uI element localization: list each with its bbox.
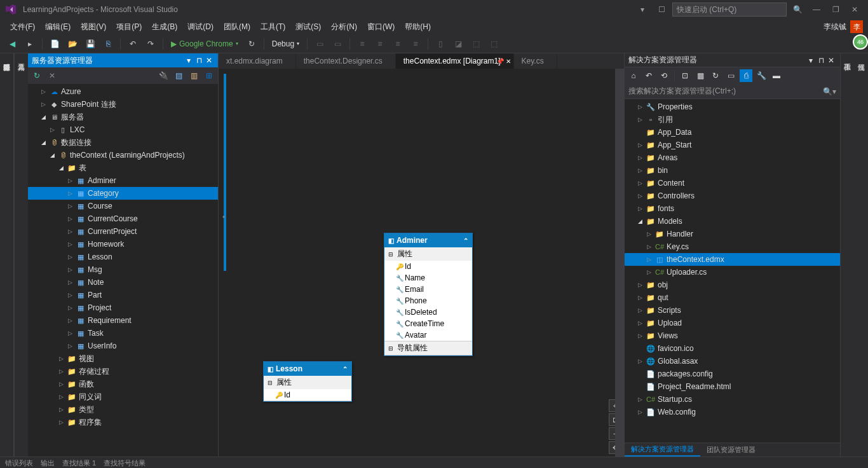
entity-property[interactable]: 🔧CreateTime — [384, 318, 472, 329]
toolbar-btn-5[interactable]: ≡ — [391, 37, 405, 51]
tree-item[interactable]: ▷📁Handler — [625, 228, 840, 240]
toolbar-btn-9[interactable]: ⬚ — [469, 37, 483, 51]
expand-icon[interactable]: ▷ — [57, 406, 65, 413]
notification-badge[interactable]: 46 — [853, 34, 868, 50]
properties-icon[interactable]: ⎙ — [740, 69, 752, 82]
tree-item[interactable]: ◢🛢数据连接 — [28, 136, 218, 149]
toolbar-btn-2[interactable]: ▭ — [330, 37, 344, 51]
expand-icon[interactable]: ▷ — [57, 355, 65, 362]
tree-item[interactable]: ◢🖥服务器 — [28, 111, 218, 123]
expand-icon[interactable]: ▷ — [66, 279, 74, 286]
menu-item[interactable]: 帮助(H) — [400, 20, 436, 34]
pin-icon[interactable]: 📌 ✕ — [496, 58, 511, 65]
tree-item[interactable]: 📄packages.config — [625, 368, 840, 380]
tree-item[interactable]: ▷📁fonts — [625, 202, 840, 215]
tree-item[interactable]: ▷▦Homework — [28, 238, 218, 251]
right-vtab-2[interactable]: 属性 — [854, 53, 868, 457]
tree-item[interactable]: 📄Project_Readme.html — [625, 380, 840, 393]
menu-item[interactable]: 工具(T) — [255, 20, 290, 34]
expand-icon[interactable]: ▷ — [57, 419, 65, 425]
editor-tab[interactable]: theContext.edmx [Diagram1]📌 ✕ — [396, 53, 514, 69]
tab-output[interactable]: 输出 — [41, 458, 55, 468]
nav-back-button[interactable]: ◀ — [5, 37, 19, 51]
menu-item[interactable]: 窗口(W) — [362, 20, 400, 34]
new-project-button[interactable]: 📄 — [48, 37, 62, 51]
toolbar-btn-3[interactable]: ≡ — [355, 37, 369, 51]
expand-icon[interactable]: ▷ — [66, 330, 74, 336]
panel-close-icon[interactable]: ✕ — [826, 56, 836, 65]
expand-icon[interactable]: ▷ — [636, 205, 644, 212]
feedback-icon[interactable]: ☐ — [653, 3, 670, 17]
expand-icon[interactable]: ▷ — [645, 256, 653, 263]
server-icon[interactable]: ▥ — [187, 69, 200, 82]
entity-property[interactable]: 🔧IsDeleted — [384, 306, 472, 318]
show-all-icon[interactable]: ▦ — [694, 69, 707, 82]
vertical-scrollbar[interactable] — [615, 69, 624, 457]
save-all-button[interactable]: ⎘ — [101, 37, 115, 51]
expand-icon[interactable]: ▷ — [66, 190, 74, 196]
refresh-icon[interactable]: ↻ — [31, 69, 43, 82]
expand-icon[interactable]: ▷ — [66, 254, 74, 260]
expand-icon[interactable]: ▷ — [636, 155, 644, 161]
azure-icon[interactable]: ⊞ — [203, 69, 215, 82]
menu-item[interactable]: 团队(M) — [219, 20, 255, 34]
tree-item[interactable]: ▷C#Key.cs — [625, 240, 840, 253]
entity-lesson[interactable]: ◧ Lesson ⌃ ⊟ 属性 🔑Id — [263, 361, 352, 402]
expand-icon[interactable]: ◢ — [57, 165, 65, 171]
view-icon[interactable]: ▬ — [770, 69, 783, 82]
server-explorer-vtab[interactable]: 服务器资源管理器 — [0, 53, 14, 457]
tree-item[interactable]: ▷📁Content — [625, 177, 840, 189]
expand-icon[interactable]: ▷ — [48, 127, 56, 133]
expand-icon[interactable]: ▷ — [66, 241, 74, 247]
entity-property[interactable]: 🔧Phone — [384, 295, 472, 306]
expand-icon[interactable]: ◢ — [39, 114, 47, 120]
expand-icon[interactable]: ▷ — [636, 333, 644, 339]
tree-item[interactable]: ▷📁类型 — [28, 403, 218, 416]
tree-item[interactable]: ▷▦CurrentCourse — [28, 212, 218, 225]
search-icon[interactable]: 🔍 — [789, 3, 806, 17]
tree-item[interactable]: 📁App_Data — [625, 126, 840, 139]
tree-item[interactable]: 🌐favicon.ico — [625, 342, 840, 355]
tree-item[interactable]: ▷▦Part — [28, 289, 218, 301]
tab-find-results[interactable]: 查找结果 1 — [62, 458, 96, 468]
back-icon[interactable]: ↶ — [642, 69, 655, 82]
nav-fwd-button[interactable]: ▸ — [23, 37, 37, 51]
tree-item[interactable]: ▷▯LXC — [28, 123, 218, 136]
tree-item[interactable]: ▷▦CurrentProject — [28, 225, 218, 238]
expand-icon[interactable]: ▷ — [636, 294, 644, 301]
expand-icon[interactable]: ▷ — [645, 231, 653, 237]
expand-icon[interactable]: ▷ — [636, 193, 644, 199]
expand-icon[interactable]: ▷ — [57, 381, 65, 387]
toolbar-btn-8[interactable]: ◪ — [451, 37, 465, 51]
toolbar-btn-7[interactable]: ▯ — [433, 37, 447, 51]
toolbar-btn-4[interactable]: ≡ — [373, 37, 387, 51]
expand-icon[interactable]: ▷ — [66, 266, 74, 273]
tree-item[interactable]: ▷📁App_Start — [625, 139, 840, 151]
collapse-icon[interactable]: ⌃ — [342, 366, 348, 373]
tree-item[interactable]: ▷📁Upload — [625, 317, 840, 329]
sync-icon[interactable]: ⟲ — [658, 69, 670, 82]
tree-item[interactable]: ▷📁bin — [625, 164, 840, 177]
entity-property[interactable]: 🔑Id — [384, 261, 472, 272]
menu-item[interactable]: 编辑(E) — [40, 20, 76, 34]
refresh-icon[interactable]: ↻ — [709, 69, 722, 82]
tree-item[interactable]: ▷▦Course — [28, 200, 218, 212]
expand-icon[interactable]: ▷ — [66, 216, 74, 222]
editor-tab[interactable]: xt.edmx.diagram — [219, 53, 296, 69]
tree-item[interactable]: ▷▦Project — [28, 301, 218, 314]
tree-item[interactable]: ▷📁Controllers — [625, 189, 840, 202]
tree-item[interactable]: ▷▦UserInfo — [28, 340, 218, 352]
expand-icon[interactable]: ▷ — [636, 104, 644, 110]
diagram-canvas[interactable]: * ◧ Adminer ⌃ ⊟ 属性 🔑Id🔧Name🔧Email🔧Phone🔧… — [219, 69, 624, 457]
expand-icon[interactable]: ◢ — [636, 218, 644, 224]
panel-close-icon[interactable]: ✕ — [204, 56, 214, 65]
tree-item[interactable]: ▷▦Category — [28, 187, 218, 200]
expand-icon[interactable]: ▷ — [66, 305, 74, 311]
tree-item[interactable]: ◢📁Models — [625, 215, 840, 228]
collapse-icon[interactable]: ⌃ — [463, 237, 468, 244]
expand-icon[interactable]: ▷ — [636, 282, 644, 288]
home-icon[interactable]: ⌂ — [627, 69, 640, 82]
close-icon[interactable]: ✕ — [846, 3, 863, 17]
props-section-header[interactable]: ⊟ 属性 — [264, 376, 351, 389]
start-debug-button[interactable]: ▶ Google Chrome ▾ — [168, 39, 241, 48]
